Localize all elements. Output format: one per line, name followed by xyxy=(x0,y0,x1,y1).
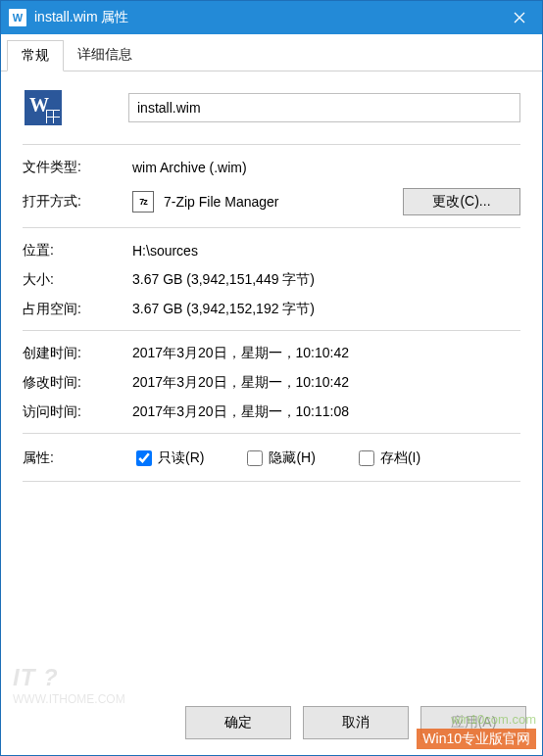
separator xyxy=(23,481,520,482)
checkbox-readonly[interactable]: 只读(R) xyxy=(132,448,204,469)
checkbox-hidden[interactable]: 隐藏(H) xyxy=(243,448,315,469)
cancel-button[interactable]: 取消 xyxy=(303,706,409,739)
checkbox-hidden-label: 隐藏(H) xyxy=(269,449,315,467)
label-open-with: 打开方式: xyxy=(23,193,132,211)
window-title: install.wim 属性 xyxy=(34,9,497,26)
filename-input[interactable]: install.wim xyxy=(128,93,520,122)
change-button[interactable]: 更改(C)... xyxy=(403,188,520,215)
separator xyxy=(23,330,520,331)
label-modified: 修改时间: xyxy=(23,374,132,392)
checkbox-readonly-input[interactable] xyxy=(136,450,152,466)
value-file-type: wim Archive (.wim) xyxy=(132,160,520,175)
separator xyxy=(23,227,520,228)
titlebar: W install.wim 属性 xyxy=(1,1,542,34)
tab-general[interactable]: 常规 xyxy=(7,40,64,71)
apply-button[interactable]: 应用(A) xyxy=(420,706,526,739)
ok-button[interactable]: 确定 xyxy=(185,706,291,739)
label-size: 大小: xyxy=(23,271,132,289)
value-open-with: 7-Zip File Manager xyxy=(164,194,279,210)
value-size-on-disk: 3.67 GB (3,942,152,192 字节) xyxy=(132,301,520,318)
close-button[interactable] xyxy=(497,1,542,34)
separator xyxy=(23,433,520,434)
checkbox-archive-input[interactable] xyxy=(359,450,374,466)
checkbox-archive[interactable]: 存档(I) xyxy=(355,448,420,469)
tab-content-general: install.wim 文件类型: wim Archive (.wim) 打开方… xyxy=(1,71,542,694)
checkbox-archive-label: 存档(I) xyxy=(380,449,420,467)
seven-zip-icon: 7z xyxy=(132,191,154,213)
file-type-icon xyxy=(25,89,62,126)
dialog-footer: 确定 取消 应用(A) xyxy=(1,694,542,755)
value-created: 2017年3月20日，星期一，10:10:42 xyxy=(132,345,520,362)
tab-details[interactable]: 详细信息 xyxy=(64,40,146,71)
label-created: 创建时间: xyxy=(23,345,132,362)
app-icon: W xyxy=(9,9,26,26)
label-size-on-disk: 占用空间: xyxy=(23,301,132,318)
checkbox-readonly-label: 只读(R) xyxy=(158,449,204,467)
tabstrip: 常规 详细信息 xyxy=(1,34,542,71)
close-icon xyxy=(514,12,525,24)
label-file-type: 文件类型: xyxy=(23,159,132,176)
value-location: H:\sources xyxy=(132,243,520,259)
checkbox-hidden-input[interactable] xyxy=(247,450,263,466)
label-accessed: 访问时间: xyxy=(23,403,132,421)
label-attributes: 属性: xyxy=(23,449,132,467)
separator xyxy=(23,144,520,145)
value-size: 3.67 GB (3,942,151,449 字节) xyxy=(132,271,520,289)
value-accessed: 2017年3月20日，星期一，10:11:08 xyxy=(132,403,520,421)
value-modified: 2017年3月20日，星期一，10:10:42 xyxy=(132,374,520,392)
label-location: 位置: xyxy=(23,242,132,260)
